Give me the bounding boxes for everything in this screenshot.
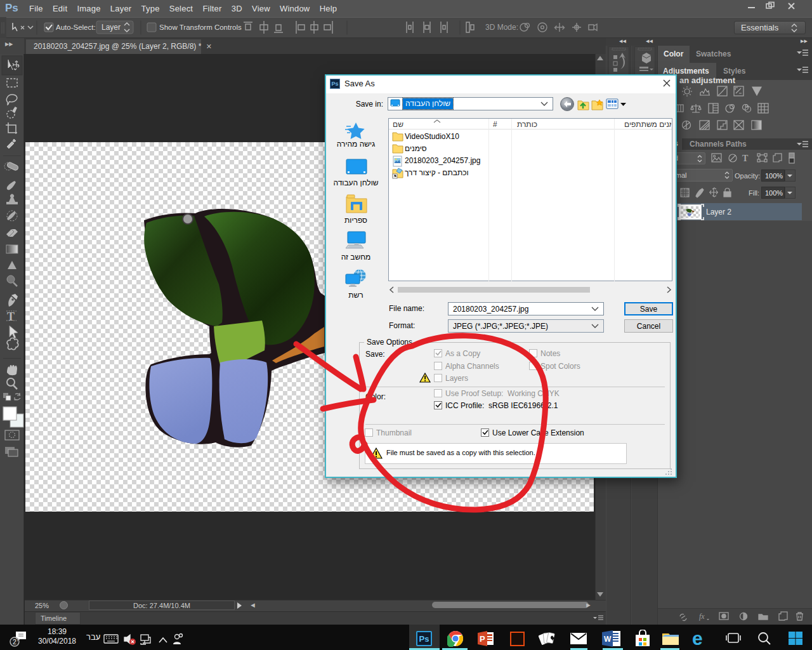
svg-text:2: 2 — [13, 638, 16, 646]
svg-text:T: T — [742, 154, 749, 163]
svg-text:e: e — [692, 628, 703, 649]
svg-text:P: P — [480, 634, 485, 644]
svg-text:Layer: Layer — [102, 23, 121, 32]
svg-text:Auto-Select:: Auto-Select: — [56, 23, 96, 31]
svg-text:W: W — [604, 635, 612, 644]
svg-text:3D Mode:: 3D Mode: — [485, 23, 518, 32]
svg-text:fx: fx — [699, 612, 705, 621]
svg-text:T: T — [7, 310, 15, 323]
